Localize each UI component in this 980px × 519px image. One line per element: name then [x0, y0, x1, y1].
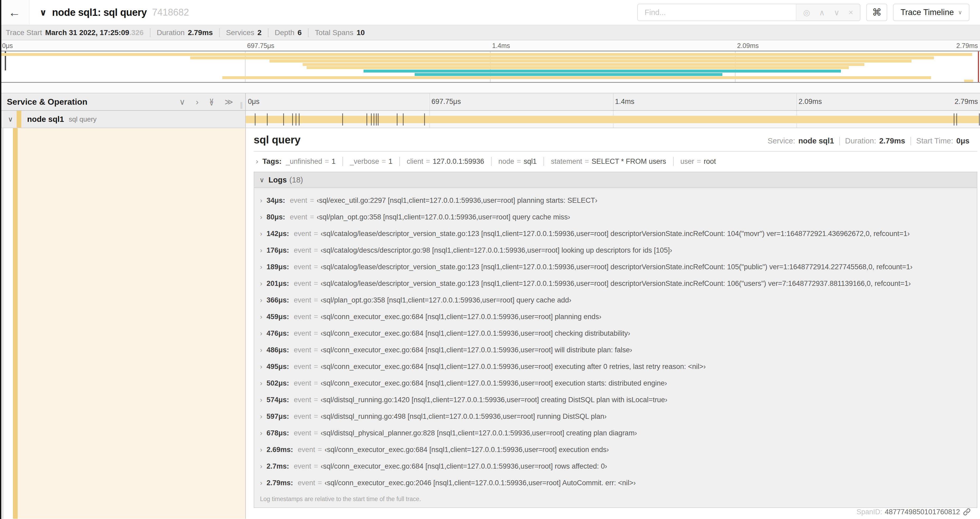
span-row[interactable]: ∨ node sql1 sql query: [0, 111, 980, 128]
log-entry-row[interactable]: ›80μs:event=‹sql/plan_opt.go:358 [nsql1,…: [254, 209, 977, 225]
trace-id: 7418682: [152, 7, 189, 18]
info-label: Depth: [275, 29, 294, 37]
chevron-right-icon: ›: [260, 313, 262, 321]
minimap-right-scrubber[interactable]: [978, 51, 979, 82]
find-input[interactable]: [638, 4, 796, 21]
span-name-column: [0, 128, 246, 519]
span-duration-bar[interactable]: [246, 116, 979, 123]
log-entry-row[interactable]: ›142μs:event=‹sql/catalog/lease/descript…: [254, 225, 977, 242]
log-entry-row[interactable]: ›2.69ms:event=‹sql/conn_executor_exec.go…: [254, 441, 977, 458]
log-field-key: event: [294, 412, 311, 421]
log-equals: =: [310, 196, 314, 204]
log-timestamp: 476μs:: [267, 329, 289, 338]
log-field-key: event: [294, 363, 311, 371]
find-suffix: ◎ ∧ ∨ ×: [796, 4, 860, 21]
chevron-down-icon: ∨: [209, 102, 214, 105]
log-equals: =: [314, 462, 318, 471]
log-entry-row[interactable]: ›574μs:event=‹sql/distsql_running.go:142…: [254, 391, 977, 408]
info-value: 2.79ms: [188, 29, 213, 37]
log-field-value: ‹sql/catalog/lease/descriptor_version_st…: [321, 230, 910, 238]
tag-separator: [673, 157, 674, 166]
trace-collapse-chevron-icon[interactable]: ∨: [40, 7, 47, 18]
log-entry-row[interactable]: ›366μs:event=‹sql/plan_opt.go:358 [nsql1…: [254, 292, 977, 308]
log-entry-row[interactable]: ›597μs:event=‹sql/distsql_running.go:498…: [254, 408, 977, 425]
log-entry-row[interactable]: ›176μs:event=‹sql/catalog/descs/descript…: [254, 242, 977, 259]
minimap-span-bar: [415, 73, 722, 76]
log-field-key: event: [290, 196, 307, 204]
log-field-value: ‹sql/conn_executor_exec.go:684 [nsql1,cl…: [321, 379, 667, 387]
span-log-marker: [255, 113, 256, 126]
log-timestamp: 2.79ms:: [267, 479, 293, 487]
chevron-right-icon: ›: [260, 396, 262, 404]
span-log-marker: [378, 113, 379, 126]
log-entry-row[interactable]: ›34μs:event=‹sql/exec_util.go:2297 [nsql…: [254, 192, 977, 209]
info-label: Trace Start: [6, 29, 42, 37]
log-entry-row[interactable]: ›495μs:event=‹sql/conn_executor_exec.go:…: [254, 358, 977, 375]
span-color-stripe: [13, 128, 18, 519]
collapse-all-icon[interactable]: ∨ ∨: [209, 99, 214, 105]
log-field-key: event: [298, 479, 315, 487]
log-entry-row[interactable]: ›189μs:event=‹sql/catalog/lease/descript…: [254, 259, 977, 275]
log-entry-row[interactable]: ›502μs:event=‹sql/conn_executor_exec.go:…: [254, 375, 977, 391]
expand-all-icon[interactable]: ≫: [225, 98, 233, 106]
back-button[interactable]: ←: [0, 0, 30, 25]
log-field-value: ‹sql/conn_executor_exec.go:684 [nsql1,cl…: [325, 446, 609, 454]
log-entry-row[interactable]: ›459μs:event=‹sql/conn_executor_exec.go:…: [254, 308, 977, 325]
span-log-marker: [979, 113, 980, 126]
collapse-one-icon[interactable]: ∨: [179, 98, 185, 106]
logs-accordion-header[interactable]: ∨ Logs (18): [254, 172, 977, 188]
span-log-marker: [397, 113, 398, 126]
log-entry-row[interactable]: ›486μs:event=‹sql/conn_executor_exec.go:…: [254, 342, 977, 358]
chevron-right-icon: ›: [260, 329, 262, 338]
log-timestamp: 2.69ms:: [267, 446, 293, 454]
span-row-name-cell[interactable]: ∨ node sql1 sql query: [0, 111, 246, 128]
trace-info-item: Services2: [220, 29, 268, 37]
minimap-span-bar: [222, 76, 931, 79]
span-log-marker: [374, 113, 374, 126]
timeline-gridline: [613, 93, 614, 110]
service-operation-header: Service & Operation ∨ › ∨ ∨ ≫ ∥: [0, 93, 246, 110]
clear-find-icon[interactable]: ×: [848, 8, 853, 17]
find-next-icon[interactable]: ∨: [834, 8, 840, 17]
log-field-key: event: [294, 379, 311, 387]
span-log-marker: [267, 113, 268, 126]
find-prev-icon[interactable]: ∧: [819, 8, 825, 17]
span-collapse-chevron-icon[interactable]: ∨: [8, 115, 13, 123]
minimap-span-bar: [307, 66, 848, 69]
log-equals: =: [314, 246, 318, 254]
log-entry-row[interactable]: ›678μs:event=‹sql/distsql_physical_plann…: [254, 425, 977, 441]
tag-key: _verbose: [350, 157, 379, 166]
deep-link-icon[interactable]: [963, 508, 971, 516]
log-entry-row[interactable]: ›2.7ms:event=‹sql/conn_executor_exec.go:…: [254, 458, 977, 475]
log-field-value: ‹sql/conn_executor_exec.go:684 [nsql1,cl…: [321, 346, 632, 354]
log-entry-row[interactable]: ›201μs:event=‹sql/catalog/lease/descript…: [254, 275, 977, 292]
tag-equals: =: [382, 157, 386, 166]
chevron-right-icon: ›: [260, 346, 262, 354]
log-timestamp: 459μs:: [267, 313, 289, 321]
trace-info-item: Trace StartMarch 31 2022, 17:25:09.326: [6, 29, 150, 37]
log-entry-row[interactable]: ›476μs:event=‹sql/conn_executor_exec.go:…: [254, 325, 977, 342]
span-detail-stats: Service: node sql1 Duration: 2.79ms Star…: [762, 137, 977, 145]
log-field-value: ‹sql/conn_executor_exec.go:684 [nsql1,cl…: [321, 313, 601, 321]
log-entry-row[interactable]: ›2.79ms:event=‹sql/conn_executor_exec.go…: [254, 475, 977, 491]
locate-icon[interactable]: ◎: [803, 8, 810, 17]
left-scroll-track: [2, 128, 3, 519]
tags-accordion[interactable]: › Tags: _unfinished=1_verbose=1client=12…: [254, 153, 977, 169]
chevron-right-icon: ›: [260, 263, 262, 271]
minimap-canvas[interactable]: [0, 51, 980, 83]
log-field-value: ‹sql/catalog/descs/descriptor.go:98 [nsq…: [321, 246, 672, 254]
chevron-right-icon: ›: [260, 196, 262, 204]
tag-equals: =: [697, 157, 701, 166]
keyboard-shortcuts-button[interactable]: ⌘: [866, 4, 887, 21]
log-timestamp: 678μs:: [267, 429, 289, 437]
span-tag: _verbose=1: [350, 157, 393, 166]
log-field-key: event: [294, 346, 311, 354]
span-detail-overview: sql query Service: node sql1 Duration: 2…: [254, 128, 977, 146]
log-timestamp: 574μs:: [267, 396, 289, 404]
expand-one-icon[interactable]: ›: [196, 98, 198, 106]
column-resize-grip[interactable]: ∥: [240, 101, 243, 109]
trace-view-select[interactable]: Trace Timeline ∨: [893, 4, 969, 21]
minimap-span-bar: [303, 63, 864, 66]
span-log-marker: [296, 113, 296, 126]
timeline-gridline: [430, 93, 430, 110]
